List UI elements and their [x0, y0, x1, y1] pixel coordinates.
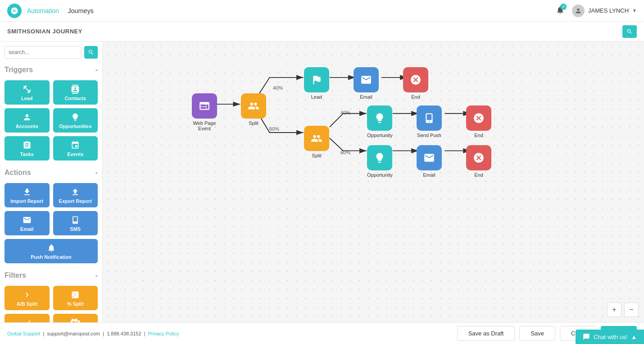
tile-sms-label: SMS [70, 226, 81, 232]
node-end1[interactable]: End [403, 67, 428, 100]
tile-accounts-label: Accounts [16, 124, 38, 129]
save-draft-button[interactable]: Save as Draft [457, 326, 515, 341]
tile-case[interactable]: Case [53, 314, 98, 322]
notification-button[interactable]: 3 [556, 5, 565, 16]
tile-events[interactable]: Events [53, 136, 98, 161]
sidebar-search-input[interactable] [5, 46, 82, 59]
tile-import-label: Import Report [10, 198, 43, 204]
node-end2[interactable]: End [466, 105, 491, 138]
tile-export-report[interactable]: Export Report [53, 183, 98, 207]
user-avatar [572, 5, 585, 17]
percent-60-top: 60% [269, 126, 279, 132]
triggers-section-header: Triggers - [5, 63, 98, 77]
zoom-in-button[interactable]: + [607, 303, 621, 317]
flow-canvas[interactable]: 40% 60% 40% 60% Web PageEvent Split Lead [103, 41, 644, 322]
filters-collapse[interactable]: - [95, 271, 98, 280]
node-send-push[interactable]: Send Push [417, 105, 442, 138]
filters-section-header: Filters - [5, 269, 98, 282]
node-email1[interactable]: Email [354, 67, 379, 100]
chat-expand-icon: ▲ [631, 334, 637, 340]
tile-percent-label: % Split [67, 301, 84, 307]
node-web-page-event[interactable]: Web PageEvent [192, 93, 217, 131]
tile-accounts[interactable]: Accounts [5, 108, 50, 133]
node-opportunity1[interactable]: Opportunity [367, 105, 393, 138]
triggers-label: Triggers [5, 66, 33, 74]
node-split1-label: Split [249, 120, 258, 126]
tile-lead[interactable]: Lead [5, 80, 50, 105]
sidebar: Triggers - Lead Contacts Accounts Opport… [0, 41, 103, 322]
tile-lead-label: Lead [21, 96, 33, 101]
tile-ab-split[interactable]: A/B Split [5, 286, 50, 310]
node-end3[interactable]: End [466, 145, 491, 178]
page-title: SMITHSONIAN JOURNEY [7, 28, 82, 35]
tile-push-notification[interactable]: Push Notification [5, 239, 98, 263]
zoom-controls: + − [607, 303, 639, 317]
footer-privacy[interactable]: Privacy Policy [148, 331, 179, 336]
node-email2[interactable]: Email [417, 145, 442, 178]
triggers-grid: Lead Contacts Accounts Opportunities Tas… [5, 80, 98, 161]
node-lead-label: Lead [311, 94, 322, 100]
actions-collapse[interactable]: - [95, 169, 98, 177]
breadcrumb-search-area [622, 25, 637, 38]
nav-automation[interactable]: Automation [27, 7, 59, 14]
header: Automation Journeys 3 JAMES LYNCH ▼ [0, 0, 644, 22]
header-right: 3 JAMES LYNCH ▼ [556, 5, 637, 17]
chat-widget[interactable]: Chat with us! ▲ [576, 330, 644, 344]
node-email1-label: Email [360, 94, 372, 100]
tile-export-label: Export Report [59, 198, 92, 204]
save-button[interactable]: Save [519, 326, 555, 341]
tile-push-label: Push Notification [31, 254, 71, 260]
tile-percent-split[interactable]: % Split [53, 286, 98, 310]
main-nav: Automation Journeys [27, 7, 94, 14]
node-end1-label: End [411, 94, 420, 100]
user-name: JAMES LYNCH [588, 7, 629, 14]
filters-grid: A/B Split % Split YES/NO Case [5, 286, 98, 322]
node-lead[interactable]: Lead [304, 67, 329, 100]
actions-grid: Import Report Export Report Email SMS Pu… [5, 183, 98, 263]
tile-tasks-label: Tasks [20, 151, 34, 157]
tile-import-report[interactable]: Import Report [5, 183, 50, 207]
tile-opportunities[interactable]: Opportunities [53, 108, 98, 133]
sidebar-search-button[interactable] [84, 46, 98, 59]
tile-sms[interactable]: SMS [53, 211, 98, 235]
breadcrumb-bar: SMITHSONIAN JOURNEY [0, 22, 644, 41]
node-split1[interactable]: Split [241, 93, 266, 126]
node-send-push-label: Send Push [417, 133, 441, 138]
node-opportunity1-label: Opportunity [367, 133, 393, 138]
tile-ab-label: A/B Split [17, 301, 37, 307]
tile-contacts[interactable]: Contacts [53, 80, 98, 105]
footer-phone: 1.888.438.3152 [107, 331, 141, 336]
tile-opportunities-label: Opportunities [59, 124, 91, 129]
nav-journeys[interactable]: Journeys [68, 7, 94, 14]
user-dropdown-icon: ▼ [632, 8, 637, 13]
tile-events-label: Events [67, 151, 83, 157]
node-opportunity2-label: Opportunity [367, 172, 393, 178]
footer-email: support@maropost.com [47, 331, 100, 336]
tile-yesno[interactable]: YES/NO [5, 314, 50, 322]
notification-badge: 3 [560, 4, 567, 10]
zoom-out-button[interactable]: − [624, 303, 639, 317]
breadcrumb-search-button[interactable] [622, 25, 637, 38]
triggers-collapse[interactable]: - [95, 66, 98, 74]
tile-tasks[interactable]: Tasks [5, 136, 50, 161]
tile-email[interactable]: Email [5, 211, 50, 235]
sidebar-search-area [5, 46, 98, 59]
footer-global-support[interactable]: Global Support [7, 331, 40, 336]
filters-label: Filters [5, 271, 26, 280]
node-end3-label: End [474, 172, 483, 178]
node-split2[interactable]: Split [304, 126, 329, 158]
user-menu[interactable]: JAMES LYNCH ▼ [572, 5, 637, 17]
main-layout: Triggers - Lead Contacts Accounts Opport… [0, 41, 644, 322]
node-split2-label: Split [312, 153, 321, 158]
footer-links: Global Support | support@maropost.com | … [7, 331, 179, 336]
node-email2-label: Email [423, 172, 435, 178]
chat-label: Chat with us! [594, 334, 627, 340]
node-web-page-event-label: Web PageEvent [193, 120, 216, 131]
percent-60-bottom: 60% [340, 150, 350, 155]
node-opportunity2[interactable]: Opportunity [367, 145, 393, 178]
actions-label: Actions [5, 169, 31, 177]
tile-contacts-label: Contacts [65, 96, 86, 101]
actions-section-header: Actions - [5, 166, 98, 179]
app-logo [7, 4, 22, 18]
tile-email-label: Email [20, 226, 33, 232]
